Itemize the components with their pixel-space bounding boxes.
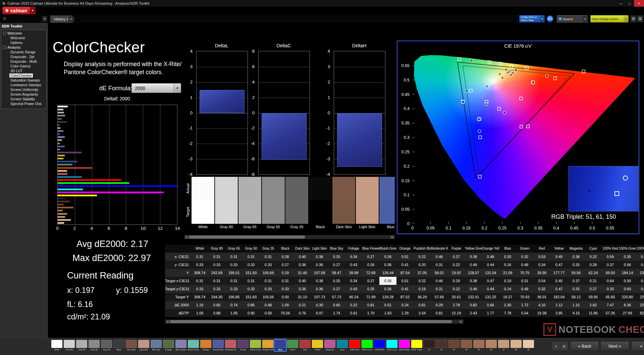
- table-cell[interactable]: 0.31: [431, 285, 448, 293]
- patch-cyan[interactable]: Cyan: [336, 340, 348, 351]
- table-cell[interactable]: 0.74: [225, 301, 243, 309]
- table-cell[interactable]: 0.25: [568, 261, 585, 269]
- table-cell[interactable]: 0.26: [362, 261, 379, 269]
- table-cell[interactable]: 105.56: [260, 293, 277, 301]
- table-cell[interactable]: 131.25: [482, 293, 499, 301]
- table-cell[interactable]: 0.19: [499, 277, 516, 285]
- table-cell[interactable]: 57.73: [328, 293, 345, 301]
- table-cell[interactable]: 0.49: [516, 285, 533, 293]
- patch-100-yellow[interactable]: 100% Yellow: [411, 340, 423, 351]
- table-cell[interactable]: 0.47: [550, 285, 568, 293]
- table-cell[interactable]: 2.85: [550, 309, 568, 317]
- source-dropdown[interactable]: Source ▼: [557, 15, 588, 22]
- table-cell[interactable]: 177.77: [550, 269, 568, 277]
- table-cell[interactable]: 69.50: [602, 269, 619, 277]
- table-cell[interactable]: 72.68: [362, 269, 379, 277]
- sidebar-item-grayscale-2pt[interactable]: Grayscale - 2pt: [1, 54, 46, 59]
- sidebar-item-dynamic-range[interactable]: Dynamic Range: [1, 50, 46, 54]
- table-cell[interactable]: 0.29: [277, 269, 294, 277]
- table-cell[interactable]: 0.22: [414, 277, 431, 285]
- table-cell[interactable]: 0.51: [396, 253, 414, 261]
- table-cell[interactable]: 0.33: [602, 285, 619, 293]
- patch-4f[interactable]: 4F: [461, 340, 472, 351]
- sidebar-item-colorchecker[interactable]: ColorChecker: [1, 73, 46, 78]
- table-cell[interactable]: 59.56: [568, 269, 585, 277]
- table-cell[interactable]: 0.81: [431, 309, 448, 317]
- table-cell[interactable]: 7.78: [499, 309, 516, 317]
- table-cell[interactable]: 0.06: [636, 261, 644, 269]
- table-cell[interactable]: 0.19: [414, 285, 431, 293]
- add-tab-button[interactable]: +: [68, 16, 74, 22]
- table-cell[interactable]: 0.27: [362, 253, 379, 261]
- table-cell[interactable]: 0.31: [208, 253, 225, 261]
- table-cell[interactable]: 71.99: [362, 293, 379, 301]
- table-cell[interactable]: 0.46: [431, 253, 448, 261]
- tree-group-welcome[interactable]: -Welcome: [1, 31, 46, 36]
- table-cell[interactable]: 0.33: [191, 285, 208, 293]
- table-cell[interactable]: 0.34: [345, 253, 362, 261]
- table-cell[interactable]: 0.81: [362, 301, 379, 309]
- table-cell[interactable]: 0.32: [533, 285, 550, 293]
- table-cell[interactable]: 0.33: [225, 261, 243, 269]
- table-cell[interactable]: 0.47: [482, 277, 499, 285]
- table-cell[interactable]: 22.29: [636, 293, 644, 301]
- table-cell[interactable]: 0.53: [533, 253, 550, 261]
- table-cell[interactable]: 1.05: [225, 309, 243, 317]
- table-cell[interactable]: 0.33: [260, 261, 277, 269]
- table-cell[interactable]: 0.40: [294, 277, 311, 285]
- table-cell[interactable]: 2.78: [448, 301, 465, 309]
- table-cell[interactable]: 107.73: [311, 293, 328, 301]
- table-cell[interactable]: 58.47: [328, 269, 345, 277]
- patch-gray-35[interactable]: Gray 35: [101, 340, 112, 351]
- patch-5f[interactable]: 5F: [473, 340, 485, 351]
- table-cell[interactable]: 0.27: [328, 261, 345, 269]
- table-cell[interactable]: 105.69: [260, 269, 277, 277]
- table-cell[interactable]: 0.48: [482, 253, 499, 261]
- table-cell[interactable]: 0.31: [243, 253, 260, 261]
- table-cell[interactable]: 0.21: [585, 277, 602, 285]
- sidebar-item-screen-uniformity[interactable]: Screen Uniformity: [1, 87, 46, 92]
- settings-gear-button[interactable]: ⚙: [631, 15, 636, 22]
- table-cell[interactable]: 2.54: [414, 309, 431, 317]
- table-cell[interactable]: 0.29: [448, 277, 465, 285]
- table-cell[interactable]: 151.50: [243, 269, 260, 277]
- table-cell[interactable]: 19.92: [448, 269, 465, 277]
- patch-yellow-green[interactable]: Yellow Green: [250, 340, 261, 351]
- sidebar-item-luminance-sweeps[interactable]: Luminance Sweeps: [1, 83, 46, 87]
- patch-100-blue[interactable]: 100% Blue: [374, 340, 385, 351]
- table-cell[interactable]: 0.33: [208, 261, 225, 269]
- table-cell[interactable]: 0.61: [345, 309, 362, 317]
- table-cell[interactable]: 0.36: [379, 261, 396, 269]
- table-cell[interactable]: 308.74: [191, 269, 208, 277]
- patch-bluish-green[interactable]: Bluish Green: [187, 340, 199, 351]
- table-cell[interactable]: 0.33: [260, 285, 277, 293]
- table-cell[interactable]: 308.74: [191, 293, 208, 301]
- table-cell[interactable]: 0.46: [431, 277, 448, 285]
- table-cell[interactable]: 0.36: [294, 285, 311, 293]
- table-cell[interactable]: 0.27: [277, 261, 294, 269]
- table-cell[interactable]: 0.85: [243, 301, 260, 309]
- patch-white[interactable]: White: [51, 340, 63, 351]
- table-cell[interactable]: 184.14: [619, 269, 636, 277]
- table-cell[interactable]: 7.47: [602, 301, 619, 309]
- table-cell[interactable]: 0.97: [311, 309, 328, 317]
- table-cell[interactable]: 0.15: [636, 253, 644, 261]
- scroll-left-icon[interactable]: ◄: [184, 235, 189, 239]
- table-cell[interactable]: 1.29: [396, 309, 414, 317]
- table-cell[interactable]: 70.93: [516, 293, 533, 301]
- table-cell[interactable]: 2.82: [585, 301, 602, 309]
- patch-1f[interactable]: 1F: [423, 340, 435, 351]
- patch-orange[interactable]: Orange: [200, 340, 212, 351]
- table-cell[interactable]: 1.09: [277, 301, 294, 309]
- table-cell[interactable]: 0.21: [294, 301, 311, 309]
- table-cell[interactable]: 31.10: [294, 293, 311, 301]
- table-cell[interactable]: 0.45: [550, 253, 568, 261]
- table-cell[interactable]: 0.31: [277, 277, 294, 285]
- table-cell[interactable]: 12.19: [448, 309, 465, 317]
- table-cell[interactable]: 19.38: [533, 309, 550, 317]
- sidebar-item-saturation-sweeps[interactable]: Saturation Sweeps: [1, 78, 46, 83]
- table-cell[interactable]: 0.22: [448, 261, 465, 269]
- table-cell[interactable]: 27.99: [619, 309, 636, 317]
- patch-orange-yellow[interactable]: Orange Yellow: [262, 340, 274, 351]
- table-cell[interactable]: 0.88: [208, 309, 225, 317]
